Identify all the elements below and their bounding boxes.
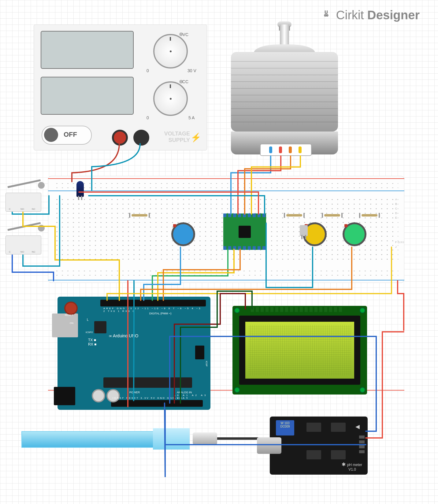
ph-bnc-connector[interactable] bbox=[257, 437, 281, 454]
lcd-screen bbox=[245, 322, 354, 379]
arduino-on-label: ON bbox=[70, 322, 73, 324]
arduino-icsp-header[interactable] bbox=[195, 346, 204, 359]
arduino-aux-chip bbox=[94, 321, 106, 333]
arrow-icon: ◀ bbox=[355, 423, 360, 430]
psu-out-positive[interactable] bbox=[112, 130, 128, 146]
ph-meter-board: W 103 DC009 ◀ ✱ pH meter V1.0 bbox=[270, 417, 368, 475]
arduino-uno: RESET ∞ Arduino UNO TX ■RX ■ L ICSP2 ARE… bbox=[58, 297, 210, 410]
arduino-analog-labels: A0 A1 A2 A3 A4 A5 bbox=[174, 394, 210, 399]
psu-out-negative[interactable] bbox=[133, 130, 149, 146]
stepper-motor bbox=[231, 31, 338, 156]
psu-k2-max: 5 A bbox=[188, 115, 195, 120]
push-button-green[interactable] bbox=[343, 222, 366, 246]
brand-watermark: Cirkit Designer bbox=[323, 8, 420, 22]
brand-icon bbox=[323, 9, 335, 23]
electrolytic-capacitor bbox=[76, 181, 84, 197]
psu-power-button[interactable]: OFF bbox=[42, 126, 92, 145]
resistor-2 bbox=[286, 214, 302, 217]
lcd-header-pins[interactable] bbox=[251, 307, 343, 312]
arduino-power-analog-header[interactable] bbox=[111, 400, 203, 407]
push-button-blue[interactable] bbox=[171, 222, 195, 246]
arduino-usb-port[interactable] bbox=[52, 313, 78, 337]
psu-display-current bbox=[41, 77, 134, 115]
arduino-power-group-label: POWER bbox=[129, 391, 140, 394]
psu-voltage-knob[interactable] bbox=[153, 34, 188, 69]
breadboard-row-letters-top: A B C D E bbox=[395, 197, 397, 220]
psu-voltage-supply-label: VOLTAGE SUPPLY bbox=[164, 131, 190, 143]
ph-probe bbox=[21, 428, 193, 450]
resistor-3 bbox=[324, 214, 340, 217]
psu-current-knob[interactable] bbox=[153, 81, 188, 116]
psu-cc-label: CC bbox=[182, 79, 188, 84]
psu-k1-max: 30 V bbox=[187, 68, 196, 73]
arduino-reset-button[interactable] bbox=[64, 302, 78, 315]
bolt-icon: ⚡ bbox=[191, 132, 201, 143]
arduino-digital-header[interactable] bbox=[100, 300, 206, 306]
svg-point-0 bbox=[325, 15, 326, 16]
reset-label: RESET bbox=[65, 314, 73, 317]
svg-point-1 bbox=[326, 15, 328, 16]
arduino-icsp2-label: ICSP2 bbox=[86, 331, 93, 334]
stepper-connector[interactable] bbox=[260, 144, 312, 156]
limit-switch-2[interactable]: C NO NC bbox=[6, 235, 41, 254]
arduino-icsp-label: ICSP bbox=[205, 361, 208, 367]
arduino-power-labels: IOREF RESET 3.3V 5V GND GND Vin bbox=[113, 397, 183, 399]
arduino-digital-group-label: DIGITAL (PWM ~) bbox=[149, 312, 171, 315]
breadboard-row-letters-bot: F G H I J bbox=[395, 240, 404, 249]
resistor-1 bbox=[132, 214, 147, 217]
resistor-4 bbox=[362, 214, 377, 217]
power-supply: VC CC 0 30 V 0 5 A OFF VOLTAGE SUPPLY ⚡ bbox=[34, 24, 207, 150]
arduino-logo-text: ∞ Arduino UNO bbox=[109, 333, 138, 339]
arduino-tx-rx-leds: TX ■RX ■ bbox=[88, 338, 96, 346]
arduino-analog-group-label: ANALOG IN bbox=[177, 391, 192, 394]
ph-board-label: ✱ pH meter V1.0 bbox=[342, 461, 362, 472]
atmega-chip bbox=[103, 377, 192, 388]
psu-vc-label: VC bbox=[183, 32, 188, 37]
limit-switch-1[interactable]: C NO NC bbox=[6, 193, 41, 212]
psu-display-voltage bbox=[41, 31, 134, 69]
psu-k1-min: 0 bbox=[147, 68, 149, 73]
arduino-L-label: L bbox=[87, 318, 89, 321]
ph-header-pins[interactable] bbox=[359, 435, 365, 454]
psu-k2-min: 0 bbox=[147, 115, 149, 120]
ph-calibration-pot[interactable]: W 103 DC009 bbox=[276, 420, 294, 435]
arduino-power-jack[interactable] bbox=[54, 387, 75, 405]
lcd-20x4 bbox=[232, 306, 367, 395]
a4988-driver bbox=[223, 214, 266, 249]
